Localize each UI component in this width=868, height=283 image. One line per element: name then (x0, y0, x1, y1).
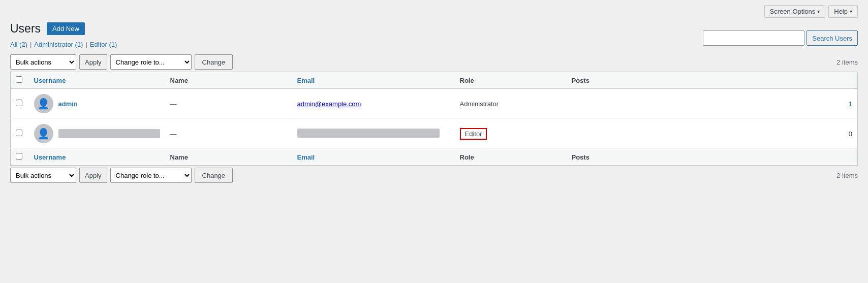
row-1-username-link[interactable]: admin (58, 100, 78, 108)
select-all-top-checkbox[interactable] (16, 76, 22, 83)
tablenav-top: Bulk actions Apply Change role to... Cha… (10, 54, 858, 70)
change-role-top-select[interactable]: Change role to... (110, 54, 192, 70)
row-2-role-highlighted: Editor (460, 128, 487, 140)
help-label: Help (834, 8, 848, 15)
row-1-email-link[interactable]: admin@example.com (297, 100, 361, 108)
col-header-username: Username (29, 72, 165, 89)
select-all-bottom-checkbox[interactable] (16, 153, 22, 160)
row-1-checkbox[interactable] (16, 100, 22, 106)
col-header-role: Role (455, 72, 567, 89)
row-2-avatar: 👤 (34, 124, 53, 143)
screen-options-button[interactable]: Screen Options ▾ (764, 5, 826, 18)
col-email-link[interactable]: Email (297, 77, 315, 84)
col-footer-posts: Posts (567, 149, 858, 166)
tablenav-top-left: Bulk actions Apply Change role to... Cha… (10, 54, 233, 70)
col-header-email: Email (292, 72, 455, 89)
sep-2: | (85, 41, 87, 48)
row-2-username-redacted (58, 129, 160, 138)
col-footer-role: Role (455, 149, 567, 166)
row-1-username-cell: 👤 admin (29, 89, 165, 119)
page-title: Users (10, 22, 41, 36)
col-footer-email: Email (292, 149, 455, 166)
row-2-role-cell: Editor (455, 119, 567, 149)
row-1-email-cell: admin@example.com (292, 89, 455, 119)
row-2-posts-cell: 0 (567, 119, 858, 149)
row-2-checkbox[interactable] (16, 130, 22, 136)
help-button[interactable]: Help ▾ (828, 5, 858, 18)
row-1-role-cell: Administrator (455, 89, 567, 119)
row-2-username-cell: 👤 (29, 119, 165, 149)
col-footer-username: Username (29, 149, 165, 166)
row-1-checkbox-cell (11, 89, 29, 119)
bulk-actions-bottom-select[interactable]: Bulk actions (10, 168, 76, 183)
add-new-button[interactable]: Add New (47, 22, 85, 35)
row-2-email-cell (292, 119, 455, 149)
table-header-row: Username Name Email Role Posts (11, 72, 858, 89)
filter-editor-link[interactable]: Editor (1) (90, 41, 117, 48)
col-header-checkbox (11, 72, 29, 89)
tablenav-top-count: 2 items (836, 58, 858, 66)
table-row: 👤 — Editor 0 (11, 119, 858, 149)
change-top-button[interactable]: Change (195, 54, 233, 70)
help-chevron-icon: ▾ (850, 9, 852, 14)
tablenav-bottom: Bulk actions Apply Change role to... Cha… (10, 168, 858, 183)
apply-top-button[interactable]: Apply (79, 54, 107, 70)
col-header-name: Name (165, 72, 292, 89)
change-bottom-button[interactable]: Change (195, 168, 233, 183)
filter-all-link[interactable]: All (2) (10, 41, 27, 48)
search-users-button[interactable]: Search Users (807, 30, 858, 46)
tablenav-bottom-left: Bulk actions Apply Change role to... Cha… (10, 168, 233, 183)
users-table: Username Name Email Role Posts � (10, 72, 858, 166)
row-1-avatar: 👤 (34, 94, 53, 113)
col-header-posts: Posts (567, 72, 858, 89)
search-users-input[interactable] (703, 30, 804, 46)
apply-bottom-button[interactable]: Apply (79, 168, 107, 183)
table-footer-row: Username Name Email Role Posts (11, 149, 858, 166)
row-2-checkbox-cell (11, 119, 29, 149)
table-row: 👤 admin — admin@example.com Administrato… (11, 89, 858, 119)
avatar-person-icon: 👤 (37, 98, 50, 110)
screen-options-label: Screen Options (770, 8, 816, 15)
row-1-posts-cell: 1 (567, 89, 858, 119)
col-footer-checkbox (11, 149, 29, 166)
tablenav-bottom-count: 2 items (836, 172, 858, 179)
avatar-person-icon-2: 👤 (37, 128, 50, 140)
row-2-name-cell: — (165, 119, 292, 149)
col-username-footer-link[interactable]: Username (34, 153, 66, 161)
row-2-email-redacted (297, 129, 440, 138)
filter-administrator-link[interactable]: Administrator (1) (34, 41, 83, 48)
col-email-footer-link[interactable]: Email (297, 153, 315, 161)
screen-options-chevron-icon: ▾ (817, 9, 820, 14)
bulk-actions-top-select[interactable]: Bulk actions (10, 54, 76, 70)
change-role-bottom-select[interactable]: Change role to... (110, 168, 192, 183)
col-username-link[interactable]: Username (34, 77, 66, 84)
row-1-posts-link[interactable]: 1 (849, 100, 852, 108)
search-users-area: Search Users (703, 30, 858, 46)
row-1-name-cell: — (165, 89, 292, 119)
col-footer-name: Name (165, 149, 292, 166)
sep-1: | (30, 41, 32, 48)
